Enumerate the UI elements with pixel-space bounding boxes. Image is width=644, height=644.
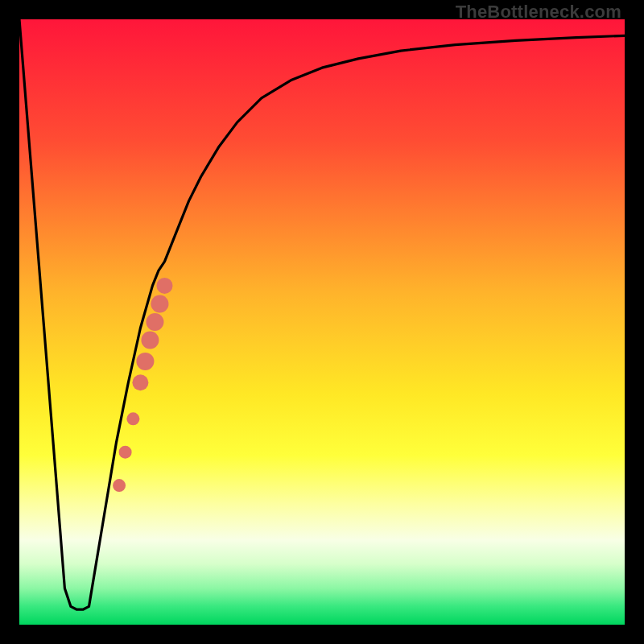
plot-area (19, 19, 625, 625)
svg-point-7 (146, 313, 163, 331)
svg-point-6 (141, 332, 159, 349)
watermark-text: TheBottleneck.com (456, 2, 621, 23)
svg-point-3 (126, 412, 139, 425)
svg-point-1 (113, 479, 126, 492)
chart-svg (19, 19, 625, 625)
svg-point-5 (136, 353, 154, 370)
svg-point-4 (132, 374, 148, 390)
svg-rect-0 (19, 19, 625, 625)
svg-point-9 (156, 278, 172, 294)
svg-point-8 (151, 295, 168, 312)
chart-frame: TheBottleneck.com (0, 0, 644, 644)
svg-point-2 (119, 446, 132, 459)
